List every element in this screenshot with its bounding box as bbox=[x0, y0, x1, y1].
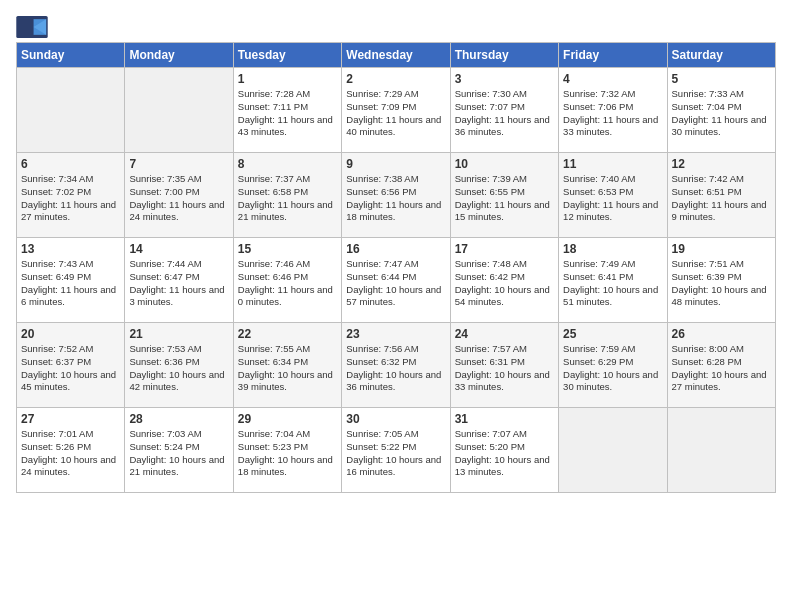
calendar-cell: 25Sunrise: 7:59 AM Sunset: 6:29 PM Dayli… bbox=[559, 323, 667, 408]
day-number: 27 bbox=[21, 412, 120, 426]
day-detail: Sunrise: 7:32 AM Sunset: 7:06 PM Dayligh… bbox=[563, 88, 662, 139]
day-detail: Sunrise: 7:39 AM Sunset: 6:55 PM Dayligh… bbox=[455, 173, 554, 224]
day-number: 5 bbox=[672, 72, 771, 86]
day-detail: Sunrise: 7:42 AM Sunset: 6:51 PM Dayligh… bbox=[672, 173, 771, 224]
calendar-cell bbox=[125, 68, 233, 153]
calendar-cell: 8Sunrise: 7:37 AM Sunset: 6:58 PM Daylig… bbox=[233, 153, 341, 238]
calendar-cell: 1Sunrise: 7:28 AM Sunset: 7:11 PM Daylig… bbox=[233, 68, 341, 153]
day-number: 11 bbox=[563, 157, 662, 171]
calendar-cell: 20Sunrise: 7:52 AM Sunset: 6:37 PM Dayli… bbox=[17, 323, 125, 408]
day-number: 19 bbox=[672, 242, 771, 256]
calendar-cell: 30Sunrise: 7:05 AM Sunset: 5:22 PM Dayli… bbox=[342, 408, 450, 493]
day-detail: Sunrise: 7:46 AM Sunset: 6:46 PM Dayligh… bbox=[238, 258, 337, 309]
day-number: 17 bbox=[455, 242, 554, 256]
day-detail: Sunrise: 7:47 AM Sunset: 6:44 PM Dayligh… bbox=[346, 258, 445, 309]
calendar-cell: 31Sunrise: 7:07 AM Sunset: 5:20 PM Dayli… bbox=[450, 408, 558, 493]
day-number: 20 bbox=[21, 327, 120, 341]
day-detail: Sunrise: 7:34 AM Sunset: 7:02 PM Dayligh… bbox=[21, 173, 120, 224]
calendar-cell: 29Sunrise: 7:04 AM Sunset: 5:23 PM Dayli… bbox=[233, 408, 341, 493]
calendar-week-row: 6Sunrise: 7:34 AM Sunset: 7:02 PM Daylig… bbox=[17, 153, 776, 238]
day-detail: Sunrise: 7:52 AM Sunset: 6:37 PM Dayligh… bbox=[21, 343, 120, 394]
weekday-header-monday: Monday bbox=[125, 43, 233, 68]
day-number: 3 bbox=[455, 72, 554, 86]
day-detail: Sunrise: 7:56 AM Sunset: 6:32 PM Dayligh… bbox=[346, 343, 445, 394]
calendar-header-row: SundayMondayTuesdayWednesdayThursdayFrid… bbox=[17, 43, 776, 68]
day-number: 22 bbox=[238, 327, 337, 341]
day-detail: Sunrise: 7:35 AM Sunset: 7:00 PM Dayligh… bbox=[129, 173, 228, 224]
day-number: 28 bbox=[129, 412, 228, 426]
weekday-header-sunday: Sunday bbox=[17, 43, 125, 68]
weekday-header-wednesday: Wednesday bbox=[342, 43, 450, 68]
calendar-cell: 10Sunrise: 7:39 AM Sunset: 6:55 PM Dayli… bbox=[450, 153, 558, 238]
calendar-cell: 27Sunrise: 7:01 AM Sunset: 5:26 PM Dayli… bbox=[17, 408, 125, 493]
calendar-cell: 21Sunrise: 7:53 AM Sunset: 6:36 PM Dayli… bbox=[125, 323, 233, 408]
day-number: 7 bbox=[129, 157, 228, 171]
day-number: 4 bbox=[563, 72, 662, 86]
day-detail: Sunrise: 7:44 AM Sunset: 6:47 PM Dayligh… bbox=[129, 258, 228, 309]
day-number: 9 bbox=[346, 157, 445, 171]
calendar-cell bbox=[667, 408, 775, 493]
day-detail: Sunrise: 7:04 AM Sunset: 5:23 PM Dayligh… bbox=[238, 428, 337, 479]
day-detail: Sunrise: 7:49 AM Sunset: 6:41 PM Dayligh… bbox=[563, 258, 662, 309]
day-number: 8 bbox=[238, 157, 337, 171]
calendar-table: SundayMondayTuesdayWednesdayThursdayFrid… bbox=[16, 42, 776, 493]
day-detail: Sunrise: 7:55 AM Sunset: 6:34 PM Dayligh… bbox=[238, 343, 337, 394]
logo bbox=[16, 16, 52, 38]
day-detail: Sunrise: 7:59 AM Sunset: 6:29 PM Dayligh… bbox=[563, 343, 662, 394]
day-number: 6 bbox=[21, 157, 120, 171]
calendar-cell: 13Sunrise: 7:43 AM Sunset: 6:49 PM Dayli… bbox=[17, 238, 125, 323]
day-detail: Sunrise: 7:05 AM Sunset: 5:22 PM Dayligh… bbox=[346, 428, 445, 479]
calendar-cell: 2Sunrise: 7:29 AM Sunset: 7:09 PM Daylig… bbox=[342, 68, 450, 153]
calendar-cell: 7Sunrise: 7:35 AM Sunset: 7:00 PM Daylig… bbox=[125, 153, 233, 238]
day-detail: Sunrise: 7:01 AM Sunset: 5:26 PM Dayligh… bbox=[21, 428, 120, 479]
calendar-cell: 14Sunrise: 7:44 AM Sunset: 6:47 PM Dayli… bbox=[125, 238, 233, 323]
day-number: 30 bbox=[346, 412, 445, 426]
day-number: 16 bbox=[346, 242, 445, 256]
calendar-week-row: 13Sunrise: 7:43 AM Sunset: 6:49 PM Dayli… bbox=[17, 238, 776, 323]
page-header bbox=[16, 16, 776, 38]
calendar-cell: 28Sunrise: 7:03 AM Sunset: 5:24 PM Dayli… bbox=[125, 408, 233, 493]
day-number: 25 bbox=[563, 327, 662, 341]
day-detail: Sunrise: 7:29 AM Sunset: 7:09 PM Dayligh… bbox=[346, 88, 445, 139]
day-number: 18 bbox=[563, 242, 662, 256]
calendar-cell: 19Sunrise: 7:51 AM Sunset: 6:39 PM Dayli… bbox=[667, 238, 775, 323]
calendar-cell: 11Sunrise: 7:40 AM Sunset: 6:53 PM Dayli… bbox=[559, 153, 667, 238]
day-number: 2 bbox=[346, 72, 445, 86]
day-detail: Sunrise: 7:40 AM Sunset: 6:53 PM Dayligh… bbox=[563, 173, 662, 224]
day-number: 15 bbox=[238, 242, 337, 256]
weekday-header-thursday: Thursday bbox=[450, 43, 558, 68]
day-detail: Sunrise: 7:48 AM Sunset: 6:42 PM Dayligh… bbox=[455, 258, 554, 309]
calendar-cell: 16Sunrise: 7:47 AM Sunset: 6:44 PM Dayli… bbox=[342, 238, 450, 323]
day-number: 23 bbox=[346, 327, 445, 341]
calendar-cell bbox=[559, 408, 667, 493]
day-detail: Sunrise: 7:30 AM Sunset: 7:07 PM Dayligh… bbox=[455, 88, 554, 139]
calendar-week-row: 27Sunrise: 7:01 AM Sunset: 5:26 PM Dayli… bbox=[17, 408, 776, 493]
calendar-week-row: 1Sunrise: 7:28 AM Sunset: 7:11 PM Daylig… bbox=[17, 68, 776, 153]
calendar-cell: 15Sunrise: 7:46 AM Sunset: 6:46 PM Dayli… bbox=[233, 238, 341, 323]
day-detail: Sunrise: 7:37 AM Sunset: 6:58 PM Dayligh… bbox=[238, 173, 337, 224]
calendar-cell bbox=[17, 68, 125, 153]
calendar-cell: 26Sunrise: 8:00 AM Sunset: 6:28 PM Dayli… bbox=[667, 323, 775, 408]
day-detail: Sunrise: 7:53 AM Sunset: 6:36 PM Dayligh… bbox=[129, 343, 228, 394]
weekday-header-tuesday: Tuesday bbox=[233, 43, 341, 68]
day-number: 14 bbox=[129, 242, 228, 256]
day-number: 13 bbox=[21, 242, 120, 256]
calendar-cell: 17Sunrise: 7:48 AM Sunset: 6:42 PM Dayli… bbox=[450, 238, 558, 323]
day-detail: Sunrise: 7:38 AM Sunset: 6:56 PM Dayligh… bbox=[346, 173, 445, 224]
calendar-cell: 4Sunrise: 7:32 AM Sunset: 7:06 PM Daylig… bbox=[559, 68, 667, 153]
day-number: 12 bbox=[672, 157, 771, 171]
calendar-week-row: 20Sunrise: 7:52 AM Sunset: 6:37 PM Dayli… bbox=[17, 323, 776, 408]
day-detail: Sunrise: 7:57 AM Sunset: 6:31 PM Dayligh… bbox=[455, 343, 554, 394]
calendar-cell: 9Sunrise: 7:38 AM Sunset: 6:56 PM Daylig… bbox=[342, 153, 450, 238]
calendar-cell: 12Sunrise: 7:42 AM Sunset: 6:51 PM Dayli… bbox=[667, 153, 775, 238]
weekday-header-saturday: Saturday bbox=[667, 43, 775, 68]
calendar-cell: 18Sunrise: 7:49 AM Sunset: 6:41 PM Dayli… bbox=[559, 238, 667, 323]
day-number: 29 bbox=[238, 412, 337, 426]
day-detail: Sunrise: 8:00 AM Sunset: 6:28 PM Dayligh… bbox=[672, 343, 771, 394]
day-number: 10 bbox=[455, 157, 554, 171]
day-number: 21 bbox=[129, 327, 228, 341]
calendar-cell: 5Sunrise: 7:33 AM Sunset: 7:04 PM Daylig… bbox=[667, 68, 775, 153]
calendar-cell: 6Sunrise: 7:34 AM Sunset: 7:02 PM Daylig… bbox=[17, 153, 125, 238]
day-detail: Sunrise: 7:33 AM Sunset: 7:04 PM Dayligh… bbox=[672, 88, 771, 139]
calendar-cell: 22Sunrise: 7:55 AM Sunset: 6:34 PM Dayli… bbox=[233, 323, 341, 408]
